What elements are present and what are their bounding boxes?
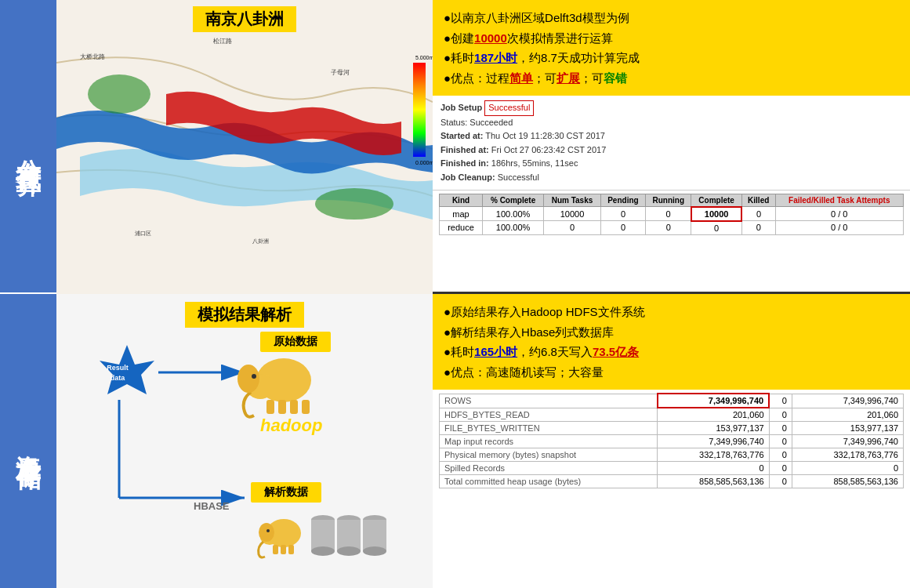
bottom-title: 模拟结果解析 bbox=[185, 302, 304, 328]
stats-row-rows: ROWS 7,349,996,740 0 7,349,996,740 bbox=[440, 394, 904, 408]
svg-point-34 bbox=[259, 523, 274, 542]
stat-val1-map-input: 7,349,996,740 bbox=[658, 435, 769, 448]
highlight-10000: 10000 bbox=[474, 31, 507, 45]
stat-label-hdfs: HDFS_BYTES_READ bbox=[440, 408, 658, 422]
map-killed: 0 bbox=[741, 207, 775, 221]
th-pct: % Complete bbox=[483, 194, 544, 207]
finished-in-line: Finished in: 186hrs, 55mins, 11sec bbox=[440, 157, 902, 171]
svg-point-35 bbox=[266, 529, 270, 532]
stat-label-phys: Physical memory (bytes) snapshot bbox=[440, 448, 658, 462]
highlight-expand: 扩展 bbox=[557, 71, 580, 85]
table-row-reduce: reduce 100.00% 0 0 0 0 0 0 / 0 bbox=[440, 221, 904, 235]
status-line: Status: Succeeded bbox=[440, 116, 902, 130]
stats-row-heap: Total committed heap usage (bytes) 858,5… bbox=[440, 475, 904, 488]
reduce-kind: reduce bbox=[440, 221, 483, 235]
stat-val1-rows: 7,349,996,740 bbox=[658, 394, 769, 408]
stat-val3-rows: 7,349,996,740 bbox=[792, 394, 903, 408]
svg-point-2 bbox=[315, 188, 393, 220]
stat-val3-heap: 858,585,563,136 bbox=[792, 475, 903, 488]
stats-row-file: FILE_BYTES_WRITTEN 153,977,137 0 153,977… bbox=[440, 422, 904, 435]
bottom-bullet-1: ●原始结果存入Hadoop HDFS文件系统 bbox=[444, 302, 899, 322]
th-killed: Killed bbox=[741, 194, 775, 207]
svg-text:大桥北路: 大桥北路 bbox=[80, 53, 105, 60]
svg-rect-25 bbox=[302, 400, 310, 414]
stats-table-area: ROWS 7,349,996,740 0 7,349,996,740 HDFS_… bbox=[433, 390, 910, 588]
stat-label-file: FILE_BYTES_WRITTEN bbox=[440, 422, 658, 435]
svg-rect-8 bbox=[413, 63, 426, 157]
stats-row-spilled: Spilled Records 0 0 0 bbox=[440, 462, 904, 475]
stat-val2-spilled: 0 bbox=[769, 462, 792, 475]
svg-text:松江路: 松江路 bbox=[213, 38, 232, 45]
highlight-165: 165小时 bbox=[474, 345, 517, 358]
bullet-3: ●耗时187小时，约8.7天成功计算完成 bbox=[444, 48, 899, 68]
map-title: 南京八卦洲 bbox=[193, 6, 296, 32]
cleanup-line: Job Cleanup: Successful bbox=[440, 171, 902, 185]
stat-val2-map-input: 0 bbox=[769, 435, 792, 448]
highlight-fault: 容错 bbox=[604, 71, 627, 85]
stat-val3-phys: 332,178,763,776 bbox=[792, 448, 903, 462]
svg-rect-24 bbox=[290, 400, 298, 414]
map-num: 10000 bbox=[544, 207, 601, 221]
th-kind: Kind bbox=[440, 194, 483, 207]
map-area-bottom: 模拟结果解析 Result data bbox=[56, 294, 433, 588]
top-row: 南京八卦洲 bbox=[56, 0, 910, 294]
map-pending: 0 bbox=[600, 207, 645, 221]
stat-val1-file: 153,977,137 bbox=[658, 422, 769, 435]
svg-text:八卦洲: 八卦洲 bbox=[252, 238, 269, 245]
bottom-bullet-3: ●耗时165小时，约6.8天写入73.5亿条 bbox=[444, 342, 899, 362]
sidebar-bottom-label: 海量存储 bbox=[0, 294, 56, 588]
svg-point-1 bbox=[88, 74, 150, 114]
top-right-info: ●以南京八卦洲区域Delft3d模型为例 ●创建10000次模拟情景进行运算 ●… bbox=[433, 0, 910, 292]
stat-val2-hdfs: 0 bbox=[769, 408, 792, 422]
success-badge: Successful bbox=[484, 100, 534, 116]
reduce-killed: 0 bbox=[741, 221, 775, 235]
th-num: Num Tasks bbox=[544, 194, 601, 207]
job-setup-label: Job Setup bbox=[440, 103, 482, 112]
svg-rect-38 bbox=[288, 545, 294, 554]
highlight-simple: 简单 bbox=[509, 71, 533, 85]
started-line: Started at: Thu Oct 19 11:28:30 CST 2017 bbox=[440, 129, 902, 143]
stat-val2-heap: 0 bbox=[769, 475, 792, 488]
svg-rect-36 bbox=[273, 545, 278, 554]
reduce-running: 0 bbox=[646, 221, 691, 235]
stat-label-map-input: Map input records bbox=[440, 435, 658, 448]
stats-row-phys: Physical memory (bytes) snapshot 332,178… bbox=[440, 448, 904, 462]
bottom-bullet-2: ●解析结果存入Hbase列式数据库 bbox=[444, 322, 899, 343]
svg-rect-23 bbox=[278, 400, 286, 414]
svg-point-47 bbox=[363, 546, 386, 556]
stat-val2-file: 0 bbox=[769, 422, 792, 435]
stat-label-rows: ROWS bbox=[440, 394, 658, 408]
reduce-pending: 0 bbox=[600, 221, 645, 235]
svg-point-21 bbox=[252, 374, 256, 379]
th-failed: Failed/Killed Task Attempts bbox=[775, 194, 903, 207]
svg-text:0.000mg/s: 0.000mg/s bbox=[415, 160, 433, 166]
bottom-diagram-svg: Result data bbox=[56, 294, 433, 588]
map-running: 0 bbox=[646, 207, 691, 221]
svg-point-44 bbox=[337, 546, 361, 556]
map-kind: map bbox=[440, 207, 483, 221]
reduce-complete: 0 bbox=[691, 221, 741, 235]
bullet-2: ●创建10000次模拟情景进行运算 bbox=[444, 28, 899, 49]
svg-text:data: data bbox=[111, 374, 126, 382]
stat-val3-map-input: 7,349,996,740 bbox=[792, 435, 903, 448]
job-table: Kind % Complete Num Tasks Pending Runnin… bbox=[439, 194, 904, 235]
bottom-bullet-4: ●优点：高速随机读写；大容量 bbox=[444, 362, 899, 383]
svg-rect-37 bbox=[281, 545, 286, 554]
svg-text:解析数据: 解析数据 bbox=[263, 485, 309, 498]
map-pct: 100.00% bbox=[483, 207, 544, 221]
stats-table: ROWS 7,349,996,740 0 7,349,996,740 HDFS_… bbox=[439, 393, 904, 488]
map-svg: 大桥北路 松江路 子母河 浦口区 八卦洲 bbox=[56, 0, 433, 294]
map-failed: 0 / 0 bbox=[775, 207, 903, 221]
info-banner-bottom: ●原始结果存入Hadoop HDFS文件系统 ●解析结果存入Hbase列式数据库… bbox=[433, 294, 910, 390]
svg-text:hadoop: hadoop bbox=[260, 416, 322, 435]
stat-val3-file: 153,977,137 bbox=[792, 422, 903, 435]
bottom-right-info: ●原始结果存入Hadoop HDFS文件系统 ●解析结果存入Hbase列式数据库… bbox=[433, 294, 910, 588]
svg-rect-22 bbox=[266, 400, 274, 414]
reduce-pct: 100.00% bbox=[483, 221, 544, 235]
finished-at-line: Finished at: Fri Oct 27 06:23:42 CST 201… bbox=[440, 143, 902, 158]
th-complete: Complete bbox=[691, 194, 741, 207]
stat-label-heap: Total committed heap usage (bytes) bbox=[440, 475, 658, 488]
svg-point-41 bbox=[311, 546, 335, 556]
svg-text:Result: Result bbox=[107, 364, 129, 372]
highlight-73: 73.5亿条 bbox=[593, 345, 639, 358]
